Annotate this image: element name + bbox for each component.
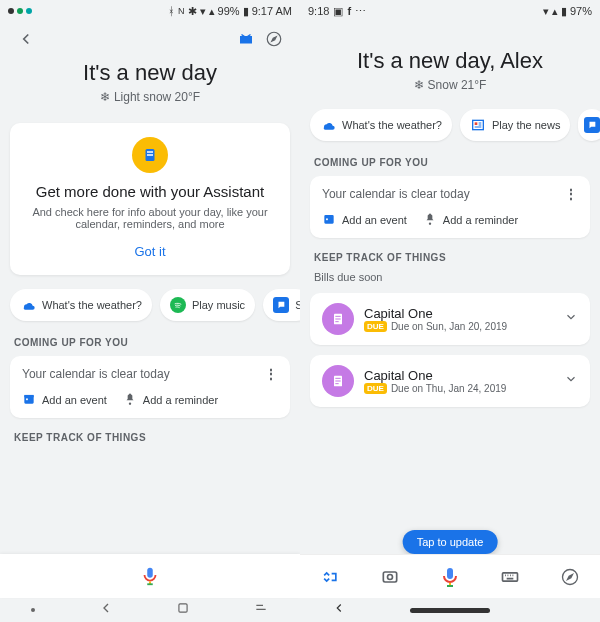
svg-point-8 bbox=[129, 403, 131, 405]
bill-name: Capital One bbox=[364, 368, 554, 383]
statusbar-right: 9:18 ▣ f ⋯ ▾ ▴ ▮ 97% bbox=[300, 0, 600, 22]
chip-weather[interactable]: What's the weather? bbox=[10, 289, 152, 321]
got-it-button[interactable]: Got it bbox=[24, 238, 276, 265]
signal-icon: ▴ bbox=[552, 5, 558, 18]
svg-rect-12 bbox=[475, 122, 478, 125]
svg-rect-11 bbox=[473, 120, 484, 129]
chip-news[interactable]: Play the news bbox=[460, 109, 570, 141]
due-badge: DUE bbox=[364, 321, 387, 332]
svg-rect-3 bbox=[147, 151, 153, 153]
coming-up-header: COMING UP FOR YOU bbox=[0, 327, 300, 352]
navbar-right bbox=[300, 598, 600, 622]
chip-music[interactable]: Play music bbox=[160, 289, 255, 321]
nav-home-pill[interactable] bbox=[410, 608, 490, 613]
bill-due-text: Due on Thu, Jan 24, 2019 bbox=[391, 383, 506, 394]
svg-rect-10 bbox=[179, 604, 187, 612]
wifi-icon: ▾ bbox=[543, 5, 549, 18]
lens-button[interactable] bbox=[376, 563, 404, 591]
explore-button[interactable] bbox=[556, 563, 584, 591]
battery-pct: 97% bbox=[570, 5, 592, 17]
updates-tab[interactable] bbox=[316, 563, 344, 591]
calendar-icon bbox=[22, 392, 36, 408]
chip-more[interactable]: S bbox=[263, 289, 300, 321]
nav-recent-icon[interactable] bbox=[253, 600, 269, 620]
back-button[interactable] bbox=[12, 25, 40, 53]
mic-button[interactable] bbox=[136, 562, 164, 590]
chevron-down-icon[interactable] bbox=[564, 372, 578, 390]
chip-weather[interactable]: What's the weather? bbox=[310, 109, 452, 141]
svg-rect-6 bbox=[24, 395, 33, 397]
bills-subheader: Bills due soon bbox=[300, 267, 600, 287]
suggestion-chips-right: What's the weather? Play the news bbox=[300, 103, 600, 147]
mic-button[interactable] bbox=[436, 563, 464, 591]
calendar-icon bbox=[322, 212, 336, 228]
weather-text: Light snow 20°F bbox=[114, 90, 200, 104]
bottombar-left bbox=[0, 554, 300, 598]
keep-track-header: KEEP TRACK OF THINGS bbox=[0, 422, 300, 447]
bottombar-right bbox=[300, 554, 600, 598]
topbar-left bbox=[0, 22, 300, 56]
svg-point-19 bbox=[388, 574, 393, 579]
chat-icon bbox=[584, 117, 600, 133]
add-event-label: Add an event bbox=[42, 394, 107, 406]
explore-icon[interactable] bbox=[260, 25, 288, 53]
calendar-empty-text: Your calendar is clear today bbox=[322, 187, 564, 201]
chip-label: Play music bbox=[192, 299, 245, 311]
bill-row[interactable]: Capital One DUE Due on Thu, Jan 24, 2019 bbox=[310, 355, 590, 407]
calendar-card-left: Your calendar is clear today ⋮ Add an ev… bbox=[10, 356, 290, 418]
keyboard-button[interactable] bbox=[496, 563, 524, 591]
overflow-button[interactable]: ⋮ bbox=[264, 366, 278, 382]
svg-point-15 bbox=[429, 223, 431, 225]
vibrate-icon: ✱ bbox=[188, 5, 197, 18]
chip-label: What's the weather? bbox=[42, 299, 142, 311]
hero-left: It's a new day ❄ Light snow 20°F bbox=[0, 56, 300, 115]
add-reminder-label: Add a reminder bbox=[443, 214, 518, 226]
svg-rect-9 bbox=[147, 568, 153, 578]
clock: 9:17 AM bbox=[252, 5, 292, 17]
overflow-button[interactable]: ⋮ bbox=[564, 186, 578, 202]
updates-icon[interactable] bbox=[232, 25, 260, 53]
weather-icon: ❄ bbox=[100, 90, 110, 104]
svg-rect-20 bbox=[447, 568, 453, 579]
battery-icon: ▮ bbox=[243, 5, 249, 18]
cloud-icon bbox=[20, 297, 36, 313]
bill-icon bbox=[322, 303, 354, 335]
bill-row[interactable]: Capital One DUE Due on Sun, Jan 20, 2019 bbox=[310, 293, 590, 345]
status-notif-dots bbox=[8, 8, 32, 14]
svg-rect-18 bbox=[383, 572, 396, 582]
add-reminder-button[interactable]: Add a reminder bbox=[123, 392, 218, 408]
clock: 9:18 bbox=[308, 5, 329, 17]
chip-more[interactable] bbox=[578, 109, 600, 141]
svg-rect-7 bbox=[26, 398, 28, 400]
assistant-icon bbox=[132, 137, 168, 173]
due-badge: DUE bbox=[364, 383, 387, 394]
hero-title: It's a new day, Alex bbox=[312, 48, 588, 74]
nav-back-icon[interactable] bbox=[332, 601, 346, 619]
chat-icon bbox=[273, 297, 289, 313]
chevron-down-icon[interactable] bbox=[564, 310, 578, 328]
chip-label: Play the news bbox=[492, 119, 560, 131]
add-event-label: Add an event bbox=[342, 214, 407, 226]
add-event-button[interactable]: Add an event bbox=[322, 212, 407, 228]
more-icon: ⋯ bbox=[355, 5, 366, 18]
tap-to-update-button[interactable]: Tap to update bbox=[403, 530, 498, 554]
keep-track-header: KEEP TRACK OF THINGS bbox=[300, 242, 600, 267]
suggestion-chips-left: What's the weather? Play music S bbox=[0, 283, 300, 327]
card-body: And check here for info about your day, … bbox=[24, 206, 276, 230]
onboarding-card: Get more done with your Assistant And ch… bbox=[10, 123, 290, 275]
nav-back-icon[interactable] bbox=[98, 600, 114, 620]
calendar-empty-text: Your calendar is clear today bbox=[22, 367, 264, 381]
nav-home-icon[interactable] bbox=[176, 601, 190, 619]
card-title: Get more done with your Assistant bbox=[24, 183, 276, 200]
spotify-icon bbox=[170, 297, 186, 313]
reminder-icon bbox=[123, 392, 137, 408]
add-event-button[interactable]: Add an event bbox=[22, 392, 107, 408]
svg-rect-13 bbox=[324, 215, 333, 224]
add-reminder-button[interactable]: Add a reminder bbox=[423, 212, 518, 228]
reminder-icon bbox=[423, 212, 437, 228]
battery-icon: ▮ bbox=[561, 5, 567, 18]
nfc-icon: N bbox=[178, 6, 185, 16]
coming-up-header: COMING UP FOR YOU bbox=[300, 147, 600, 172]
bill-icon bbox=[322, 365, 354, 397]
bluetooth-icon: ᚼ bbox=[168, 5, 175, 17]
